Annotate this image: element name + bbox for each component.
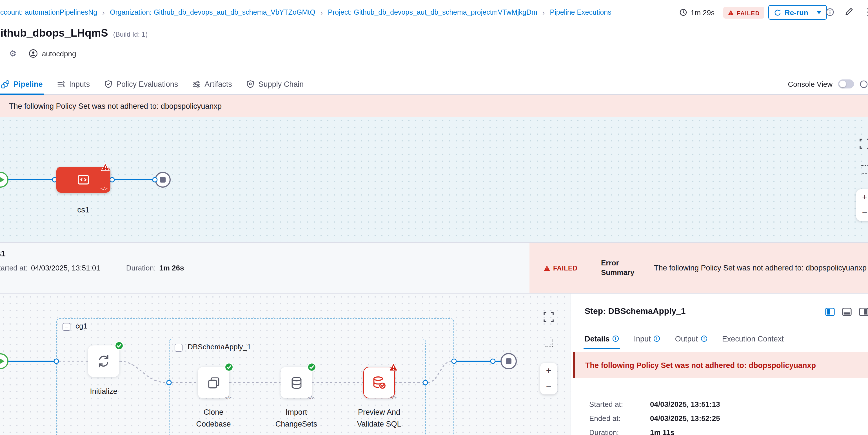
detail-label: Started at: (589, 400, 650, 408)
warning-icon (728, 9, 734, 16)
fullscreen-icon[interactable] (859, 138, 868, 149)
error-summary-message: The following Policy Set was not adhered… (654, 264, 868, 272)
console-view-toggle[interactable] (838, 80, 854, 89)
breadcrumb-separator: › (320, 8, 323, 17)
info-icon (701, 335, 708, 342)
zoom-panel: + − (856, 189, 868, 221)
shield-icon (246, 80, 255, 88)
tab-input[interactable]: Input (634, 328, 660, 349)
database-check-icon (372, 375, 386, 390)
tab-label: Inputs (69, 80, 90, 88)
layout-split-left-icon[interactable] (825, 307, 835, 317)
selection-tool-icon[interactable] (860, 165, 868, 174)
tab-label: Output (675, 334, 698, 343)
triggered-by-username: autocdpng (42, 49, 76, 58)
tab-supply-chain[interactable]: Supply Chain (246, 73, 304, 95)
step-execution-graph[interactable]: − cg1 − DBSchemaApply_1 Initialize (0, 293, 570, 435)
tab-output[interactable]: Output (675, 328, 708, 349)
detail-row-duration: Duration: 1m 11s (589, 428, 675, 435)
step-label-preview-validate-sql: Preview And Validate SQL (348, 407, 410, 431)
step-error-message: The following Policy Set was not adhered… (573, 352, 868, 378)
stage-summary-name: cs1 (0, 248, 6, 258)
code-glyph: </> (100, 187, 107, 191)
tab-inputs[interactable]: Inputs (57, 73, 90, 95)
refresh-icon (96, 354, 111, 369)
zoom-out-button[interactable]: − (856, 205, 868, 221)
fullscreen-icon[interactable] (543, 312, 554, 323)
execution-graph-controls: + − (540, 312, 557, 395)
tab-label: Pipeline (13, 80, 43, 88)
stage-code-icon (76, 173, 90, 187)
detail-row-started: Started at: 04/03/2025, 13:51:13 (589, 400, 720, 408)
step-node-import-changesets[interactable]: </> (280, 367, 312, 398)
zoom-in-button[interactable]: + (540, 363, 557, 379)
collapse-group-dbschemaapply-button[interactable]: − (175, 344, 183, 352)
edit-icon-button[interactable] (845, 7, 854, 16)
tab-details[interactable]: Details (585, 328, 619, 349)
step-label-initialize: Initialize (73, 386, 135, 398)
stage-status-chip: FAILED (544, 265, 579, 271)
status-badge: FAILED (723, 7, 764, 19)
step-panel-layout-controls (825, 307, 868, 317)
detail-row-ended: Ended at: 04/03/2025, 13:52:25 (589, 414, 720, 423)
gear-icon[interactable]: ⚙ (9, 49, 17, 59)
execution-duration: 1m 29s (679, 0, 714, 25)
status-circle-icon[interactable] (860, 80, 868, 88)
stage-node-cs1[interactable]: </> (56, 167, 111, 193)
step-node-initialize[interactable] (88, 345, 119, 377)
zoom-in-button[interactable]: + (856, 189, 868, 205)
kebab-menu-button[interactable] (864, 7, 868, 16)
selection-tool-icon[interactable] (545, 339, 553, 347)
tab-label: Supply Chain (258, 80, 304, 88)
execution-tab-bar: Pipeline Inputs Policy Evaluations (0, 73, 868, 95)
pencil-icon (845, 7, 854, 16)
policy-violation-text: The following Policy Set was not adhered… (9, 102, 222, 110)
tab-pipeline[interactable]: Pipeline (1, 73, 43, 95)
pipeline-stage-graph[interactable]: </> cs1 + − (0, 117, 868, 242)
tab-label: Input (634, 334, 651, 343)
layout-split-right-icon[interactable] (859, 307, 868, 317)
layout-split-bottom-icon[interactable] (842, 307, 852, 317)
info-icon-button[interactable] (826, 8, 835, 17)
triggered-by-user: autocdpng (29, 49, 76, 58)
zoom-panel: + − (540, 363, 557, 395)
tabs: Pipeline Inputs Policy Evaluations (1, 73, 304, 95)
detail-label: Duration: (589, 428, 650, 435)
step-details-panel: Step: DBSchemaApply_1 Details (570, 293, 868, 435)
breadcrumb-pipeline-executions-link[interactable]: Pipeline Executions (550, 8, 612, 16)
tab-execution-context[interactable]: Execution Context (722, 328, 784, 349)
step-node-clone-codebase[interactable]: </> (198, 367, 229, 398)
success-badge (224, 362, 234, 372)
step-node-preview-validate-sql[interactable]: </> (363, 367, 395, 398)
warning-icon (544, 265, 550, 271)
tab-artifacts[interactable]: Artifacts (192, 73, 232, 95)
chevron-down-icon[interactable] (817, 11, 821, 14)
detail-value: 04/03/2025, 13:51:13 (650, 400, 720, 408)
pipeline-icon (1, 80, 9, 88)
top-bar: Account: automationPipelinesNg › Organiz… (0, 0, 868, 25)
zoom-out-button[interactable]: − (540, 379, 557, 395)
info-icon (613, 335, 619, 342)
detail-value: 04/03/2025, 13:52:25 (650, 414, 720, 423)
duration-label: Duration: (126, 264, 156, 272)
stage-summary-bar: cs1 Started at: 04/03/2025, 13:51:01 Dur… (0, 242, 868, 293)
info-icon (826, 8, 834, 16)
stage-graph-edges (0, 117, 868, 242)
inputs-icon (57, 80, 65, 88)
toggle-knob (839, 81, 846, 87)
code-glyph: </> (308, 396, 315, 400)
rerun-split-divider (813, 8, 813, 17)
rerun-button[interactable]: Re-run (768, 5, 827, 20)
execution-meta-row: ⚙ autocdpng (0, 47, 76, 60)
breadcrumb-account-link[interactable]: Account: automationPipelinesNg (0, 8, 97, 16)
success-badge (307, 362, 316, 372)
stage-summary-times: Started at: 04/03/2025, 13:51:01 Duratio… (0, 264, 184, 272)
tab-policy-evaluations[interactable]: Policy Evaluations (104, 73, 178, 95)
breadcrumb-project-link[interactable]: Project: Github_db_devops_aut_db_schema_… (328, 8, 537, 16)
failure-badge (389, 362, 398, 372)
breadcrumb-organization-link[interactable]: Organization: Github_db_devops_aut_db_sc… (110, 8, 315, 16)
detail-value: 1m 11s (650, 428, 675, 435)
collapse-group-cg1-button[interactable]: − (63, 323, 70, 331)
policy-violation-banner: The following Policy Set was not adhered… (0, 95, 868, 117)
page-title: Github_dbops_LHqmS (0, 27, 108, 39)
